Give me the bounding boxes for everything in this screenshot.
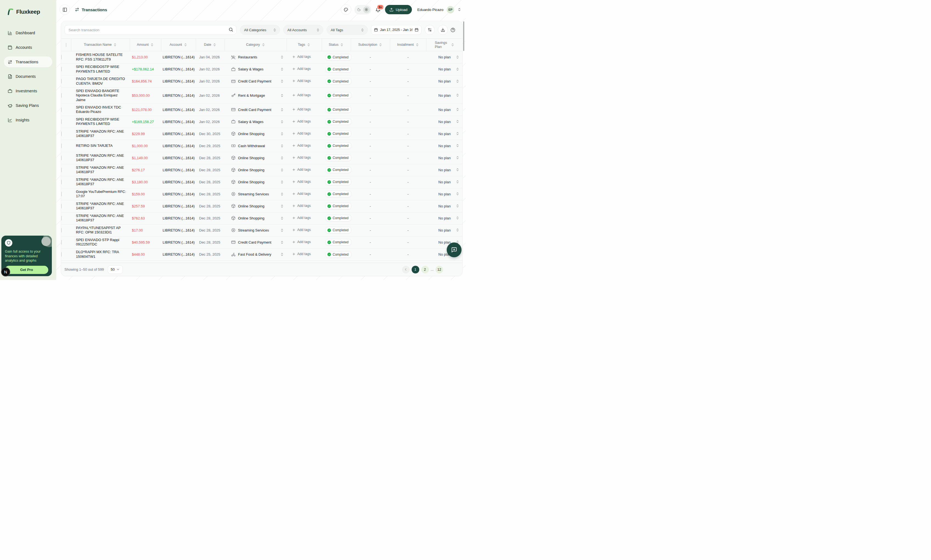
category-select[interactable]: Fast Food & Delivery xyxy=(231,252,284,257)
add-tags-button[interactable]: Add tags xyxy=(292,240,311,244)
add-tags-button[interactable]: Add tags xyxy=(292,192,311,195)
theme-palette-button[interactable] xyxy=(341,5,351,15)
category-filter-select[interactable]: All Categories xyxy=(240,25,280,35)
table-row[interactable]: FISHERS HOUSE SATELITE RFC: FSS 170811JT… xyxy=(61,51,463,63)
column-header-status[interactable]: Status xyxy=(322,38,351,51)
sort-icon[interactable] xyxy=(307,43,310,46)
table-row[interactable]: Google YouTubePremium RFC: 17:07$159.00L… xyxy=(61,188,463,200)
scrollbar[interactable] xyxy=(463,22,464,51)
row-checkbox[interactable] xyxy=(61,252,62,257)
column-header-subscription[interactable]: Subscription xyxy=(351,38,390,51)
table-row[interactable]: PAGO TARJETA DE CREDITO CUENTA: BMOV$164… xyxy=(61,75,463,88)
row-checkbox[interactable] xyxy=(61,131,62,136)
row-checkbox[interactable] xyxy=(61,79,62,83)
add-tags-button[interactable]: Add tags xyxy=(292,228,311,232)
table-row[interactable]: STRIPE *AMAZON RFC: ANE 140618P37$257.59… xyxy=(61,200,463,212)
sort-icon[interactable] xyxy=(451,43,454,46)
savings-plan-select[interactable]: No plan xyxy=(426,200,463,212)
row-checkbox[interactable] xyxy=(61,67,62,71)
savings-plan-select[interactable]: No plan xyxy=(426,140,463,152)
category-select[interactable]: Salary & Wages xyxy=(231,120,284,124)
add-tags-button[interactable]: Add tags xyxy=(292,67,311,71)
select-all-checkbox[interactable] xyxy=(66,43,66,47)
add-tags-button[interactable]: Add tags xyxy=(292,93,311,97)
column-header-account[interactable]: Account xyxy=(161,38,196,51)
sort-icon[interactable] xyxy=(113,43,117,46)
column-header-tags[interactable]: Tags xyxy=(287,38,322,51)
savings-plan-select[interactable]: No plan xyxy=(426,51,463,63)
table-row[interactable]: STRIPE *AMAZON RFC: ANE 140618P37$229.99… xyxy=(61,128,463,140)
dev-tools-badge[interactable]: N xyxy=(1,268,10,277)
help-icon[interactable] xyxy=(450,28,455,32)
add-tags-button[interactable]: Add tags xyxy=(292,120,311,123)
sidebar-item-documents[interactable]: Documents xyxy=(4,71,52,82)
add-tags-button[interactable]: Add tags xyxy=(292,168,311,171)
savings-plan-select[interactable]: No plan xyxy=(426,176,463,188)
savings-plan-select[interactable]: No plan xyxy=(426,115,463,128)
category-select[interactable]: Credit Card Payment xyxy=(231,79,284,83)
category-select[interactable]: Online Shopping xyxy=(231,204,284,208)
sidebar-item-insights[interactable]: Insights xyxy=(4,114,52,126)
table-row[interactable]: SPEI RECIBIDOSTP WISE PAYMENTS LIMITED+$… xyxy=(61,115,463,128)
page-button-1[interactable]: 1 xyxy=(412,266,419,274)
table-row[interactable]: STRIPE *AMAZON RFC: ANE 140618P37$3,180.… xyxy=(61,176,463,188)
sidebar-item-investments[interactable]: Investments xyxy=(4,86,52,97)
add-tags-button[interactable]: Add tags xyxy=(292,180,311,183)
column-header-installment[interactable]: Installment xyxy=(390,38,426,51)
account-filter-select[interactable]: All Accounts xyxy=(283,25,323,35)
sidebar-item-transactions[interactable]: Transactions xyxy=(4,57,52,68)
row-checkbox[interactable] xyxy=(61,192,62,197)
row-checkbox[interactable] xyxy=(61,120,62,124)
category-select[interactable]: Online Shopping xyxy=(231,131,284,136)
add-tags-button[interactable]: Add tags xyxy=(292,155,311,160)
sort-icon[interactable] xyxy=(150,43,154,46)
sidebar-toggle-button[interactable] xyxy=(60,5,70,15)
row-checkbox[interactable] xyxy=(61,55,62,60)
category-select[interactable]: Credit Card Payment xyxy=(231,240,284,245)
add-tags-button[interactable]: Add tags xyxy=(292,216,311,220)
category-select[interactable]: Streaming Services xyxy=(231,192,284,196)
savings-plan-select[interactable]: No plan xyxy=(426,63,463,75)
table-row[interactable]: STRIPE *AMAZON RFC: ANE 140618P37$762.63… xyxy=(61,212,463,224)
column-header-transaction-name[interactable]: Transaction Name xyxy=(71,38,130,51)
savings-plan-select[interactable]: No plan xyxy=(426,128,463,140)
tag-filter-select[interactable]: All Tags xyxy=(327,25,368,35)
feedback-fab-button[interactable] xyxy=(447,243,462,257)
category-select[interactable]: Credit Card Payment xyxy=(231,108,284,112)
export-button[interactable] xyxy=(438,25,448,35)
sort-icon[interactable] xyxy=(184,43,187,46)
sort-icon[interactable] xyxy=(213,43,216,46)
table-row[interactable]: SPEI ENVIADO INVEX TDC Eduardo Picazo$12… xyxy=(61,103,463,115)
add-tags-button[interactable]: Add tags xyxy=(292,79,311,83)
savings-plan-select[interactable]: No plan xyxy=(426,103,463,115)
sort-icon[interactable] xyxy=(415,43,419,46)
table-row[interactable]: STRIPE *AMAZON RFC: ANE 140618P37$276.17… xyxy=(61,164,463,176)
previous-page-button[interactable] xyxy=(402,266,410,274)
category-select[interactable]: Cash Withdrawal xyxy=(231,143,284,148)
savings-plan-select[interactable]: No plan xyxy=(426,152,463,164)
category-select[interactable]: Online Shopping xyxy=(231,155,284,160)
light-mode-button[interactable] xyxy=(363,6,370,13)
column-header-date[interactable]: Date xyxy=(196,38,225,51)
page-button-12[interactable]: 12 xyxy=(435,266,443,274)
savings-plan-select[interactable]: No plan xyxy=(426,188,463,200)
sort-icon[interactable] xyxy=(379,43,382,46)
row-checkbox[interactable] xyxy=(61,168,62,172)
dark-mode-button[interactable] xyxy=(356,6,363,13)
sidebar-item-saving-plans[interactable]: Saving Plans xyxy=(4,100,52,111)
row-checkbox[interactable] xyxy=(61,180,62,185)
sort-icon[interactable] xyxy=(262,43,265,46)
add-tags-button[interactable]: Add tags xyxy=(292,143,311,148)
add-tags-button[interactable]: Add tags xyxy=(292,131,311,135)
category-select[interactable]: Restaurants xyxy=(231,55,284,60)
table-row[interactable]: SPEI ENVIADO STP Rappi 0912250TDC$40,595… xyxy=(61,236,463,248)
get-pro-button[interactable]: Get Pro xyxy=(5,266,48,274)
table-row[interactable]: STRIPE *AMAZON RFC: ANE 140618P37$1,149.… xyxy=(61,152,463,164)
add-tags-button[interactable]: Add tags xyxy=(292,108,311,111)
sidebar-item-accounts[interactable]: Accounts xyxy=(4,42,52,53)
page-button-2[interactable]: 2 xyxy=(421,266,429,274)
category-select[interactable]: Rent & Mortgage xyxy=(231,93,284,97)
category-select[interactable]: Streaming Services xyxy=(231,228,284,232)
column-header-amount[interactable]: Amount xyxy=(130,38,161,51)
category-select[interactable]: Online Shopping xyxy=(231,180,284,184)
